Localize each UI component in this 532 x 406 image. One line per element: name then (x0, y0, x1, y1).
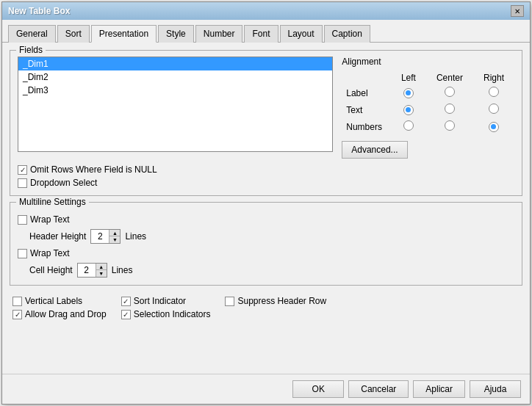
allow-drag-checkbox[interactable] (12, 310, 22, 319)
alignment-row-text: Text (342, 101, 514, 118)
advanced-button[interactable]: Advanced... (342, 141, 407, 159)
spinner-arrows: ▲ ▼ (109, 230, 120, 243)
alignment-table: Left Center Right Label (342, 71, 514, 135)
multiline-legend: Multiline Settings (16, 197, 89, 207)
alignment-title: Alignment (342, 57, 514, 67)
title-bar: New Table Box ✕ (2, 2, 530, 20)
header-height-value[interactable]: 2 (91, 231, 109, 242)
apply-button[interactable]: Aplicar (413, 380, 465, 398)
multiline-group: Multiline Settings Wrap Text Header Heig… (10, 202, 522, 286)
cell-height-row: Cell Height 2 ▲ ▼ Lines (29, 263, 514, 278)
numbers-right-radio[interactable] (489, 122, 499, 132)
col-label-header (342, 71, 391, 84)
vertical-labels-item: Vertical Labels (12, 296, 107, 306)
spinner-up[interactable]: ▲ (109, 230, 120, 236)
multiline-section: Wrap Text Header Height 2 ▲ ▼ Lines (18, 209, 514, 278)
tab-sort[interactable]: Sort (57, 25, 90, 43)
alignment-row-numbers: Numbers (342, 118, 514, 135)
cell-height-spinner[interactable]: 2 ▲ ▼ (77, 263, 107, 278)
header-height-row: Header Height 2 ▲ ▼ Lines (29, 229, 514, 244)
fields-section: _Dim1 _Dim2 _Dim3 Alignment Left Center (18, 57, 514, 159)
wrap-text-header-label: Wrap Text (30, 214, 70, 225)
fields-list-container: _Dim1 _Dim2 _Dim3 (18, 57, 333, 159)
tab-caption[interactable]: Caption (324, 25, 370, 43)
vertical-labels-label: Vertical Labels (25, 296, 82, 306)
text-center-radio[interactable] (445, 104, 455, 114)
selection-indicators-checkbox[interactable] (121, 310, 131, 319)
content-area: Fields _Dim1 _Dim2 _Dim3 Alignment (2, 43, 530, 374)
cell-spinner-arrows: ▲ ▼ (96, 264, 107, 277)
header-height-suffix: Lines (125, 231, 146, 242)
col-right-header: Right (473, 71, 514, 84)
tab-font[interactable]: Font (244, 25, 278, 43)
row-text-text: Text (342, 101, 391, 118)
help-button[interactable]: Ajuda (470, 380, 521, 398)
omit-rows-checkbox[interactable] (18, 165, 27, 175)
fields-list[interactable]: _Dim1 _Dim2 _Dim3 (18, 57, 333, 152)
wrap-text-cell-label: Wrap Text (30, 248, 70, 258)
suppress-header-item: Suppress Header Row (225, 296, 326, 306)
row-numbers-text: Numbers (342, 118, 391, 135)
omit-rows-label: Omit Rows Where Field is NULL (30, 164, 157, 175)
sort-indicator-checkbox[interactable] (121, 297, 131, 306)
row-label-text: Label (342, 84, 391, 101)
tab-presentation[interactable]: Presentation (91, 25, 157, 43)
close-button[interactable]: ✕ (511, 5, 524, 17)
sort-indicator-item: Sort Indicator (121, 296, 211, 306)
cell-spinner-down[interactable]: ▼ (96, 270, 107, 277)
allow-drag-label: Allow Drag and Drop (25, 309, 107, 319)
allow-drag-item: Allow Drag and Drop (12, 309, 107, 319)
numbers-left-radio[interactable] (403, 120, 414, 131)
fields-legend: Fields (16, 45, 46, 55)
numbers-center-radio[interactable] (445, 120, 455, 131)
list-item[interactable]: _Dim1 (18, 57, 332, 70)
cell-height-label: Cell Height (29, 265, 73, 275)
wrap-text-header-item: Wrap Text (18, 214, 514, 225)
bottom-col-2: Sort Indicator Selection Indicators (121, 296, 211, 319)
tab-number[interactable]: Number (195, 25, 243, 43)
label-right-radio[interactable] (489, 87, 499, 97)
wrap-text-cell-item: Wrap Text (18, 248, 514, 258)
cell-height-value[interactable]: 2 (78, 265, 96, 275)
bottom-section: Vertical Labels Allow Drag and Drop Sort… (10, 291, 522, 324)
alignment-section: Alignment Left Center Right (342, 57, 514, 159)
vertical-labels-checkbox[interactable] (12, 297, 22, 306)
text-right-radio[interactable] (489, 104, 499, 114)
bottom-col-3: Suppress Header Row (225, 296, 326, 319)
cancel-button[interactable]: Cancelar (348, 380, 409, 398)
fields-group: Fields _Dim1 _Dim2 _Dim3 Alignment (10, 50, 522, 196)
tab-style[interactable]: Style (158, 25, 194, 43)
col-center-header: Center (426, 71, 473, 84)
window-title: New Table Box (8, 6, 70, 16)
label-center-radio[interactable] (445, 87, 455, 97)
list-item[interactable]: _Dim2 (18, 70, 332, 84)
tab-general[interactable]: General (8, 25, 56, 43)
selection-indicators-label: Selection Indicators (134, 309, 211, 319)
selection-indicators-item: Selection Indicators (121, 309, 211, 319)
wrap-text-cell-checkbox[interactable] (18, 249, 27, 258)
wrap-text-header-checkbox[interactable] (18, 215, 27, 225)
dropdown-select-checkbox-item: Dropdown Select (18, 178, 514, 188)
tabs-bar: General Sort Presentation Style Number F… (2, 20, 530, 43)
list-item[interactable]: _Dim3 (18, 84, 332, 97)
ok-button[interactable]: OK (292, 380, 344, 398)
dropdown-select-checkbox[interactable] (18, 178, 27, 188)
spinner-down[interactable]: ▼ (109, 236, 120, 243)
sort-indicator-label: Sort Indicator (134, 296, 186, 306)
field-checkboxes: Omit Rows Where Field is NULL Dropdown S… (18, 164, 514, 188)
tab-layout[interactable]: Layout (280, 25, 323, 43)
suppress-header-label: Suppress Header Row (237, 296, 326, 306)
label-left-radio[interactable] (403, 88, 414, 98)
main-window: New Table Box ✕ General Sort Presentatio… (1, 1, 531, 405)
alignment-row-label: Label (342, 84, 514, 101)
bottom-col-1: Vertical Labels Allow Drag and Drop (12, 296, 107, 319)
text-left-radio[interactable] (403, 105, 414, 115)
footer: OK Cancelar Aplicar Ajuda (2, 374, 530, 404)
dropdown-select-label: Dropdown Select (30, 178, 97, 188)
suppress-header-checkbox[interactable] (225, 297, 234, 306)
omit-rows-checkbox-item: Omit Rows Where Field is NULL (18, 164, 514, 175)
header-height-spinner[interactable]: 2 ▲ ▼ (90, 229, 121, 244)
cell-spinner-up[interactable]: ▲ (96, 264, 107, 270)
header-height-label: Header Height (29, 231, 86, 242)
cell-height-suffix: Lines (112, 265, 133, 275)
